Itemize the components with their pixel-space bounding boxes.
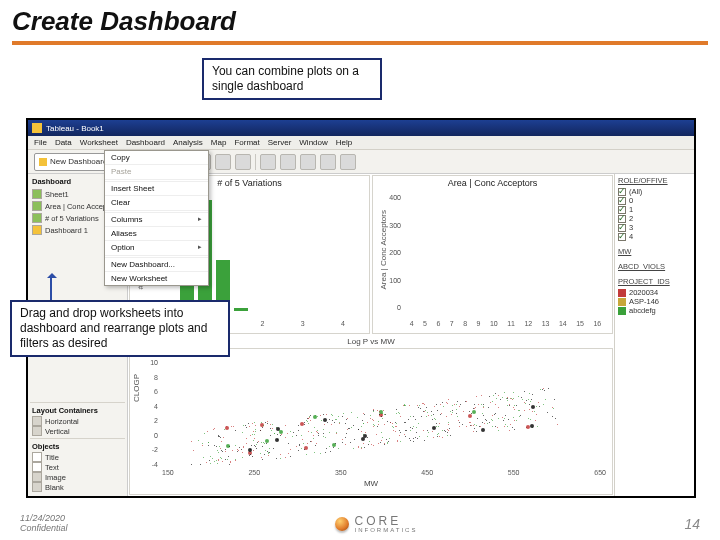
ctx-aliases[interactable]: Aliases <box>105 226 208 240</box>
window-titlebar[interactable]: Tableau - Book1 <box>28 120 694 136</box>
menubar[interactable]: File Data Worksheet Dashboard Analysis M… <box>28 136 694 150</box>
objects-header: Objects <box>30 441 125 452</box>
filter-checkbox[interactable]: 1 <box>618 205 691 214</box>
color-swatch-icon <box>618 307 626 315</box>
layout-containers-header: Layout Containers <box>30 405 125 416</box>
ctx-paste: Paste <box>105 164 208 178</box>
filter-checkbox[interactable]: 2 <box>618 214 691 223</box>
chart-acceptors-xaxis: 45678910111213141516 <box>405 320 606 327</box>
legend-item[interactable]: abcdefg <box>618 306 691 315</box>
sort-desc-icon[interactable] <box>235 154 251 170</box>
new-dashboard-label: New Dashboard <box>50 157 107 166</box>
object-image[interactable]: Image <box>30 472 125 482</box>
object-blank[interactable]: Blank <box>30 482 125 492</box>
menu-server[interactable]: Server <box>268 138 292 147</box>
app-icon <box>32 123 42 133</box>
filter-panel: ROLE/OFFIVE (All)01234 MW ABCD_VIOLS PRO… <box>614 174 694 496</box>
menu-worksheet[interactable]: Worksheet <box>80 138 118 147</box>
legend-item[interactable]: ASP-146 <box>618 297 691 306</box>
ctx-clear[interactable]: Clear <box>105 195 208 209</box>
ctx-option[interactable]: Option <box>105 240 208 254</box>
scatter-area <box>162 359 606 468</box>
menu-file[interactable]: File <box>34 138 47 147</box>
object-title[interactable]: Title <box>30 452 125 462</box>
ctx-sep <box>105 179 208 180</box>
chart-acceptors-title: Area | Conc Acceptors <box>373 178 612 188</box>
toolbar-separator <box>255 154 256 170</box>
filter-checkbox[interactable]: 0 <box>618 196 691 205</box>
menu-format[interactable]: Format <box>234 138 259 147</box>
filter-checkbox[interactable]: 4 <box>618 232 691 241</box>
logo-orb-icon <box>335 517 349 531</box>
menu-help[interactable]: Help <box>336 138 352 147</box>
ctx-sep <box>105 255 208 256</box>
ctx-new-dashboard[interactable]: New Dashboard... <box>105 257 208 271</box>
chart-acceptors[interactable]: Area | Conc Acceptors Area | Conc Accept… <box>372 175 613 334</box>
highlight-icon[interactable] <box>340 154 356 170</box>
filter-project-header: PROJECT_IDS <box>618 277 691 286</box>
callout-drag-drop: Drag and drop worksheets into dashboard … <box>10 300 230 357</box>
layout-vertical[interactable]: Vertical <box>30 426 125 436</box>
bar <box>234 308 248 311</box>
fit-icon[interactable] <box>280 154 296 170</box>
footer-logo: CORE INFORMATICS <box>335 515 418 533</box>
chart-scatter[interactable]: CLOGP 1086420-2-4 150250350450550650 MW <box>129 348 613 495</box>
page-number: 14 <box>684 516 700 532</box>
menu-window[interactable]: Window <box>299 138 327 147</box>
checkbox-icon <box>618 233 626 241</box>
ctx-columns[interactable]: Columns <box>105 212 208 226</box>
window-title-text: Tableau - Book1 <box>46 124 104 133</box>
ctx-insert-sheet[interactable]: Insert Sheet <box>105 181 208 195</box>
menu-analysis[interactable]: Analysis <box>173 138 203 147</box>
brand-name: CORE <box>355 515 418 527</box>
color-swatch-icon <box>618 298 626 306</box>
title-rule <box>12 41 708 45</box>
sort-asc-icon[interactable] <box>215 154 231 170</box>
ctx-new-worksheet[interactable]: New Worksheet <box>105 271 208 285</box>
context-menu[interactable]: Copy Paste Insert Sheet Clear Columns Al… <box>104 150 209 286</box>
scatter-xlabel: MW <box>130 479 612 488</box>
swap-icon[interactable] <box>260 154 276 170</box>
showme-icon[interactable] <box>300 154 316 170</box>
slide-footer: 11/24/2020 Confidential CORE INFORMATICS… <box>0 514 720 534</box>
filter-abcd-header: ABCD_VIOLS <box>618 262 691 271</box>
layout-horizontal[interactable]: Horizontal <box>30 416 125 426</box>
callout-combine: You can combine plots on a single dashbo… <box>202 58 382 100</box>
ctx-sep <box>105 210 208 211</box>
chart-acceptors-yaxis: 4003002001000 <box>377 194 401 311</box>
slide-title: Create Dashboard <box>0 0 720 39</box>
footer-date: 11/24/2020 Confidential <box>20 514 68 534</box>
filter-checkbox[interactable]: 3 <box>618 223 691 232</box>
menu-dashboard[interactable]: Dashboard <box>126 138 165 147</box>
ctx-copy[interactable]: Copy <box>105 151 208 164</box>
legend-item[interactable]: 2020034 <box>618 288 691 297</box>
object-text[interactable]: Text <box>30 462 125 472</box>
presentation-icon[interactable] <box>320 154 336 170</box>
callout-arrow <box>50 278 52 302</box>
scatter-yticks: 1086420-2-4 <box>134 359 158 468</box>
chart-acceptors-bars <box>405 194 606 311</box>
brand-sub: INFORMATICS <box>355 527 418 533</box>
menu-data[interactable]: Data <box>55 138 72 147</box>
filter-roleoffive-header: ROLE/OFFIVE <box>618 176 691 185</box>
filter-checkbox[interactable]: (All) <box>618 187 691 196</box>
menu-map[interactable]: Map <box>211 138 227 147</box>
color-swatch-icon <box>618 289 626 297</box>
filter-mw-header: MW <box>618 247 691 256</box>
scatter-xticks: 150250350450550650 <box>162 469 606 476</box>
